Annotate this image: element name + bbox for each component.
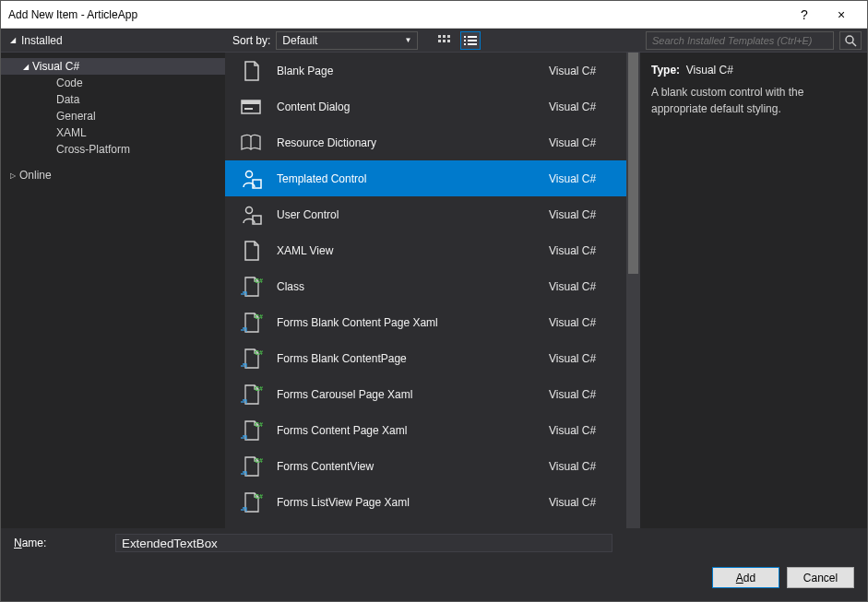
tree-item[interactable]: XAML [1, 124, 225, 141]
sidebar-header-label: Installed [21, 34, 63, 47]
tree-item[interactable]: Cross-Platform [1, 141, 225, 158]
template-name: Forms Content Page Xaml [277, 424, 536, 437]
template-language: Visual C# [549, 388, 613, 401]
view-list-button[interactable] [460, 31, 481, 50]
sidebar: ◢ Installed ◢Visual C#CodeDataGeneralXAM… [1, 29, 225, 528]
details-toolbar [640, 29, 867, 53]
tree-item[interactable]: Data [1, 91, 225, 108]
svg-rect-6 [464, 36, 466, 38]
template-name: Class [277, 280, 536, 293]
template-item[interactable]: C#Forms ContentViewVisual C# [225, 448, 626, 484]
help-button[interactable]: ? [786, 7, 823, 22]
add-button[interactable]: Add [712, 567, 779, 588]
template-item[interactable]: C#Forms Carousel Page XamlVisual C# [225, 376, 626, 412]
tree-item[interactable]: Code [1, 75, 225, 91]
svg-text:C#: C# [255, 421, 263, 428]
search-button[interactable] [839, 31, 862, 50]
tree-item[interactable]: General [1, 108, 225, 124]
templates-container: Blank PageVisual C#Content DialogVisual … [225, 53, 640, 528]
button-row: Add Cancel [14, 567, 854, 588]
template-item[interactable]: C#Forms Blank Content Page XamlVisual C# [225, 304, 626, 340]
view-large-icons-button[interactable] [434, 31, 455, 50]
sidebar-header[interactable]: ◢ Installed [1, 29, 225, 53]
template-item[interactable]: User ControlVisual C# [225, 196, 626, 232]
details-pane: Type: Visual C# A blank custom control w… [640, 29, 867, 528]
tree-item-label: Visual C# [32, 60, 79, 73]
svg-rect-2 [447, 35, 450, 38]
template-name: Forms ListView Page Xaml [277, 496, 536, 509]
type-label: Type: [651, 64, 680, 77]
template-language: Visual C# [549, 316, 613, 329]
template-language: Visual C# [549, 496, 613, 509]
svg-text:C#: C# [255, 277, 263, 284]
chevron-down-icon: ◢ [10, 36, 16, 44]
template-name: Resource Dictionary [277, 136, 536, 149]
scroll-thumb[interactable] [628, 53, 638, 274]
template-language: Visual C# [549, 460, 613, 473]
template-name: Forms Blank ContentPage [277, 352, 536, 365]
scrollbar[interactable] [626, 53, 640, 528]
template-item[interactable]: Blank PageVisual C# [225, 53, 626, 89]
svg-rect-8 [464, 40, 466, 41]
tree-item[interactable]: ▷Online [1, 167, 225, 183]
book-icon [238, 130, 264, 156]
csdoc-icon: C# [238, 346, 264, 372]
svg-point-16 [246, 171, 253, 177]
sort-label: Sort by: [232, 34, 270, 47]
tree-item-label: Code [56, 77, 83, 89]
svg-text:C#: C# [255, 385, 263, 392]
cancel-button[interactable]: Cancel [787, 567, 854, 588]
template-name: Forms Carousel Page Xaml [277, 388, 536, 401]
tree-chevron-icon: ▷ [10, 171, 19, 180]
close-button[interactable]: × [823, 7, 860, 22]
search-input[interactable] [646, 31, 834, 50]
control-icon [238, 202, 264, 228]
template-item[interactable]: Resource DictionaryVisual C# [225, 124, 626, 160]
template-item[interactable]: Templated ControlVisual C# [225, 160, 626, 196]
details-body: Type: Visual C# A blank custom control w… [640, 53, 867, 126]
template-language: Visual C# [549, 172, 613, 185]
template-item[interactable]: XAML ViewVisual C# [225, 232, 626, 268]
template-language: Visual C# [549, 244, 613, 257]
csdoc-icon: C# [238, 418, 264, 443]
template-item[interactable]: C#ClassVisual C# [225, 268, 626, 304]
template-item[interactable]: C#Forms ListView Page XamlVisual C# [225, 484, 626, 520]
control-icon [238, 166, 264, 192]
svg-rect-4 [443, 40, 446, 42]
template-language: Visual C# [549, 280, 613, 293]
sort-dropdown[interactable]: Default ▼ [276, 31, 418, 50]
template-item[interactable]: Content DialogVisual C# [225, 89, 626, 124]
name-input[interactable] [115, 534, 612, 552]
template-item[interactable]: C#Forms Blank ContentPageVisual C# [225, 340, 626, 376]
template-toolbar: Sort by: Default ▼ [225, 29, 640, 53]
tree-item-label: Online [19, 169, 52, 182]
svg-rect-10 [464, 43, 466, 45]
main-area: ◢ Installed ◢Visual C#CodeDataGeneralXAM… [1, 29, 867, 528]
tree-item-label: XAML [56, 126, 87, 139]
category-tree: ◢Visual C#CodeDataGeneralXAMLCross-Platf… [1, 53, 225, 189]
template-item[interactable]: C#Forms Content Page XamlVisual C# [225, 412, 626, 448]
template-name: Blank Page [277, 65, 536, 77]
tree-item-label: General [56, 110, 96, 123]
svg-text:C#: C# [255, 349, 263, 356]
titlebar: Add New Item - ArticleApp ? × [1, 1, 867, 29]
svg-rect-11 [468, 43, 477, 45]
template-language: Visual C# [549, 65, 613, 77]
tree-item-label: Data [56, 93, 79, 106]
svg-text:C#: C# [255, 313, 263, 320]
csdoc-icon: C# [238, 310, 264, 336]
dialog-window: Add New Item - ArticleApp ? × ◢ Installe… [0, 0, 868, 602]
csdoc-icon: C# [238, 454, 264, 479]
svg-text:C#: C# [255, 457, 263, 464]
svg-point-18 [246, 207, 253, 213]
name-label: Name: [14, 537, 106, 549]
tree-item[interactable]: ◢Visual C# [1, 58, 225, 75]
name-row: Name: [14, 534, 854, 552]
templates-list[interactable]: Blank PageVisual C#Content DialogVisual … [225, 53, 626, 528]
svg-rect-0 [438, 35, 441, 38]
svg-rect-14 [244, 108, 253, 110]
doc-icon [238, 238, 264, 264]
svg-rect-5 [447, 40, 450, 42]
chevron-down-icon: ▼ [404, 36, 411, 44]
svg-point-27 [846, 36, 853, 43]
